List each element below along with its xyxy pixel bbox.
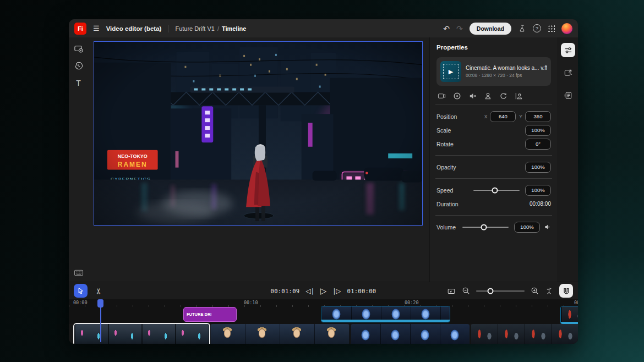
clip-thumbnail: ▶: [440, 61, 461, 82]
snap-toggle-button[interactable]: [559, 284, 573, 298]
speed-slider-knob[interactable]: [492, 187, 498, 193]
clip-info: 00:08 · 1280 × 720 · 24 fps: [466, 73, 547, 78]
adjust-sliders-icon: [564, 46, 572, 54]
video-clip-2[interactable]: [210, 324, 350, 344]
magnet-icon: [563, 287, 570, 295]
preview-stage: NEO-TOKYO RAMEN CYBERNETICS: [88, 37, 429, 282]
volume-slider[interactable]: [462, 227, 509, 228]
aperture-icon[interactable]: [453, 92, 461, 100]
volume-row: Volume: [436, 220, 551, 234]
clip-name: Cinematic. A woman looks a... v.ffgenvid: [466, 65, 547, 71]
rotate-input[interactable]: [525, 139, 551, 150]
position-x-input[interactable]: [490, 111, 516, 122]
position-y-input[interactable]: [525, 111, 551, 122]
duration-label: Duration: [436, 201, 530, 207]
y-axis-label: Y: [519, 114, 522, 119]
timeline-zoom-controls: [447, 284, 573, 298]
selected-clip-card[interactable]: ▶ Cinematic. A woman looks a... v.ffgenv…: [436, 57, 551, 86]
divider: [435, 105, 552, 105]
overlay-video-clip[interactable]: [321, 306, 450, 322]
skip-back-button[interactable]: ◁∣: [305, 287, 314, 295]
opacity-row: Opacity: [436, 160, 551, 174]
history-clock-icon[interactable]: [74, 62, 83, 70]
properties-panel-button[interactable]: [561, 43, 575, 57]
split-playhead-icon[interactable]: [545, 287, 553, 295]
speed-label: Speed: [436, 187, 473, 194]
download-button[interactable]: Download: [470, 23, 511, 35]
keyboard-shortcuts-icon[interactable]: [74, 270, 83, 276]
speed-slider[interactable]: [473, 190, 520, 191]
breadcrumb-separator: /: [217, 25, 219, 32]
add-media-icon[interactable]: [74, 44, 83, 53]
video-clip-1[interactable]: [74, 324, 209, 344]
timeline-zoom-knob[interactable]: [488, 288, 494, 294]
audio-notes-button[interactable]: [561, 88, 575, 102]
position-row: Position X Y: [436, 109, 551, 123]
split-scissors-icon[interactable]: ✂: [94, 288, 103, 294]
speaker-icon[interactable]: [544, 223, 551, 231]
breadcrumb-project[interactable]: Future Drift V1: [175, 25, 215, 32]
total-time: 01:00:00: [347, 288, 376, 294]
rotate-label: Rotate: [436, 141, 525, 147]
divider: [435, 155, 552, 156]
skip-forward-button[interactable]: ∣▷: [332, 287, 341, 295]
playback-controls: 00:01:09 ◁∣ ▷ ∣▷ 01:00:00: [271, 286, 376, 296]
volume-input[interactable]: [514, 222, 540, 233]
undo-icon[interactable]: ↶: [443, 24, 450, 33]
app-title: Video editor (beta): [106, 25, 162, 32]
select-tool-button[interactable]: [74, 284, 88, 298]
scale-input[interactable]: [525, 125, 551, 136]
timeline-area[interactable]: 00:00 00:10 00:20 00:30 FUTURE DRI: [69, 299, 578, 344]
camera-icon[interactable]: [438, 92, 446, 100]
x-axis-label: X: [484, 114, 488, 119]
firefly-logo[interactable]: Fi: [74, 23, 86, 35]
volume-label: Volume: [436, 224, 462, 231]
speed-input[interactable]: [525, 185, 551, 196]
video-clip-4[interactable]: [471, 324, 578, 344]
regenerate-icon[interactable]: [499, 92, 507, 100]
beta-flask-icon[interactable]: [518, 24, 526, 32]
left-toolbar: T: [69, 37, 88, 282]
top-bar: Fi ☰ Video editor (beta) Future Drift V1…: [69, 19, 578, 37]
reference-person-icon[interactable]: [515, 92, 523, 100]
opacity-label: Opacity: [436, 164, 525, 171]
hamburger-menu-icon[interactable]: ☰: [93, 24, 100, 32]
timeline-zoom-slider[interactable]: [476, 290, 525, 292]
divider: [168, 25, 168, 32]
current-time: 00:01:09: [271, 288, 300, 294]
mute-audio-icon[interactable]: [468, 92, 477, 100]
speed-row: Speed: [436, 183, 551, 197]
volume-slider-knob[interactable]: [481, 224, 487, 230]
apps-grid-icon[interactable]: [548, 25, 555, 32]
playhead-handle[interactable]: [97, 299, 103, 308]
person-duration-icon[interactable]: [484, 92, 492, 100]
video-clip-3[interactable]: [351, 324, 470, 344]
ruler-label: 00:10: [244, 300, 258, 305]
preview-frame: NEO-TOKYO RAMEN CYBERNETICS: [94, 42, 422, 225]
content-area: T: [69, 37, 578, 282]
redo-icon[interactable]: ↷: [456, 24, 463, 33]
export-frame-icon: [564, 68, 573, 78]
account-avatar[interactable]: [561, 23, 572, 34]
text-tool-icon[interactable]: T: [76, 79, 81, 87]
duration-value: 00:08:00: [530, 201, 551, 207]
audio-notes-icon: [564, 91, 573, 100]
fit-timeline-icon[interactable]: [447, 287, 456, 295]
zoom-in-icon[interactable]: [531, 287, 539, 295]
ruler-label: 00:20: [405, 300, 419, 305]
scale-label: Scale: [436, 127, 525, 134]
app-window: Fi ☰ Video editor (beta) Future Drift V1…: [69, 19, 578, 344]
video-preview[interactable]: NEO-TOKYO RAMEN CYBERNETICS: [94, 41, 423, 226]
help-icon[interactable]: ?: [533, 24, 541, 32]
overlay-video-clip-2[interactable]: [560, 306, 578, 325]
zoom-out-icon[interactable]: [462, 287, 470, 295]
position-label: Position: [436, 113, 481, 120]
breadcrumb-view: Timeline: [222, 25, 246, 32]
divider: [435, 215, 552, 216]
properties-title: Properties: [436, 44, 551, 51]
overlay-clip-audio-bar: [321, 320, 450, 322]
export-frame-button[interactable]: [561, 65, 575, 80]
title-text-clip[interactable]: FUTURE DRI: [183, 307, 237, 322]
play-button[interactable]: ▷: [320, 286, 327, 296]
opacity-input[interactable]: [525, 162, 551, 173]
